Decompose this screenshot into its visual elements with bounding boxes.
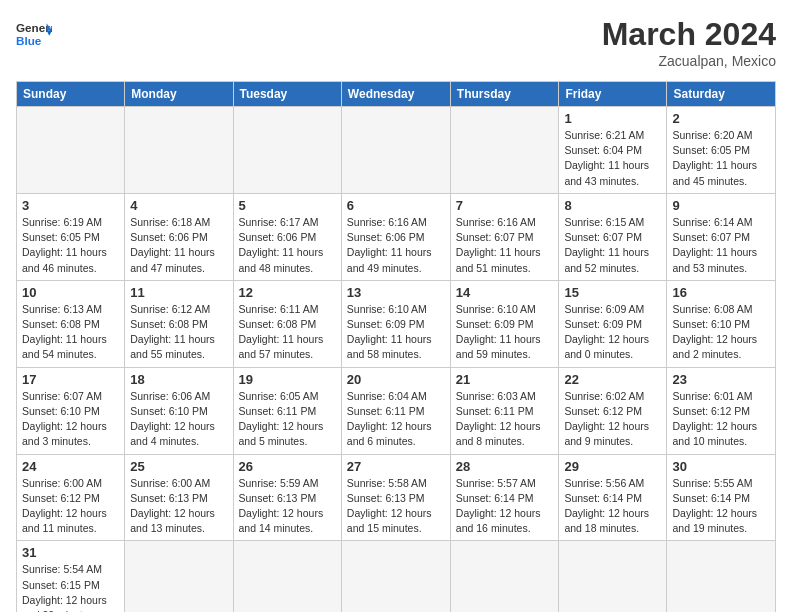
day-number: 13 bbox=[347, 285, 445, 300]
day-number: 20 bbox=[347, 372, 445, 387]
day-number: 22 bbox=[564, 372, 661, 387]
page-header: General Blue March 2024 Zacualpan, Mexic… bbox=[16, 16, 776, 69]
day-number: 18 bbox=[130, 372, 227, 387]
calendar-cell bbox=[450, 107, 559, 194]
calendar-cell: 8Sunrise: 6:15 AM Sunset: 6:07 PM Daylig… bbox=[559, 193, 667, 280]
calendar-cell: 14Sunrise: 6:10 AM Sunset: 6:09 PM Dayli… bbox=[450, 280, 559, 367]
day-info: Sunrise: 5:59 AM Sunset: 6:13 PM Dayligh… bbox=[239, 476, 336, 537]
week-row-2: 3Sunrise: 6:19 AM Sunset: 6:05 PM Daylig… bbox=[17, 193, 776, 280]
day-number: 4 bbox=[130, 198, 227, 213]
day-number: 25 bbox=[130, 459, 227, 474]
calendar-cell: 12Sunrise: 6:11 AM Sunset: 6:08 PM Dayli… bbox=[233, 280, 341, 367]
day-number: 16 bbox=[672, 285, 770, 300]
day-number: 19 bbox=[239, 372, 336, 387]
calendar-cell: 19Sunrise: 6:05 AM Sunset: 6:11 PM Dayli… bbox=[233, 367, 341, 454]
calendar-cell: 22Sunrise: 6:02 AM Sunset: 6:12 PM Dayli… bbox=[559, 367, 667, 454]
calendar-cell: 2Sunrise: 6:20 AM Sunset: 6:05 PM Daylig… bbox=[667, 107, 776, 194]
calendar-cell: 15Sunrise: 6:09 AM Sunset: 6:09 PM Dayli… bbox=[559, 280, 667, 367]
week-row-3: 10Sunrise: 6:13 AM Sunset: 6:08 PM Dayli… bbox=[17, 280, 776, 367]
day-info: Sunrise: 6:08 AM Sunset: 6:10 PM Dayligh… bbox=[672, 302, 770, 363]
day-info: Sunrise: 6:05 AM Sunset: 6:11 PM Dayligh… bbox=[239, 389, 336, 450]
logo-icon: General Blue bbox=[16, 16, 52, 52]
month-title: March 2024 bbox=[602, 16, 776, 53]
header-cell-tuesday: Tuesday bbox=[233, 82, 341, 107]
calendar-cell: 24Sunrise: 6:00 AM Sunset: 6:12 PM Dayli… bbox=[17, 454, 125, 541]
day-number: 10 bbox=[22, 285, 119, 300]
day-number: 11 bbox=[130, 285, 227, 300]
day-info: Sunrise: 6:16 AM Sunset: 6:07 PM Dayligh… bbox=[456, 215, 554, 276]
day-info: Sunrise: 6:12 AM Sunset: 6:08 PM Dayligh… bbox=[130, 302, 227, 363]
day-info: Sunrise: 6:06 AM Sunset: 6:10 PM Dayligh… bbox=[130, 389, 227, 450]
calendar-cell: 28Sunrise: 5:57 AM Sunset: 6:14 PM Dayli… bbox=[450, 454, 559, 541]
day-info: Sunrise: 6:17 AM Sunset: 6:06 PM Dayligh… bbox=[239, 215, 336, 276]
day-info: Sunrise: 6:00 AM Sunset: 6:12 PM Dayligh… bbox=[22, 476, 119, 537]
calendar-cell bbox=[17, 107, 125, 194]
day-number: 7 bbox=[456, 198, 554, 213]
calendar-cell: 17Sunrise: 6:07 AM Sunset: 6:10 PM Dayli… bbox=[17, 367, 125, 454]
calendar-cell: 20Sunrise: 6:04 AM Sunset: 6:11 PM Dayli… bbox=[341, 367, 450, 454]
day-number: 29 bbox=[564, 459, 661, 474]
header-cell-wednesday: Wednesday bbox=[341, 82, 450, 107]
day-info: Sunrise: 5:57 AM Sunset: 6:14 PM Dayligh… bbox=[456, 476, 554, 537]
day-info: Sunrise: 6:00 AM Sunset: 6:13 PM Dayligh… bbox=[130, 476, 227, 537]
day-info: Sunrise: 6:20 AM Sunset: 6:05 PM Dayligh… bbox=[672, 128, 770, 189]
day-info: Sunrise: 6:04 AM Sunset: 6:11 PM Dayligh… bbox=[347, 389, 445, 450]
day-info: Sunrise: 6:02 AM Sunset: 6:12 PM Dayligh… bbox=[564, 389, 661, 450]
day-number: 14 bbox=[456, 285, 554, 300]
day-number: 1 bbox=[564, 111, 661, 126]
title-block: March 2024 Zacualpan, Mexico bbox=[602, 16, 776, 69]
calendar-cell bbox=[667, 541, 776, 612]
day-info: Sunrise: 6:13 AM Sunset: 6:08 PM Dayligh… bbox=[22, 302, 119, 363]
calendar-cell bbox=[125, 541, 233, 612]
calendar-cell: 16Sunrise: 6:08 AM Sunset: 6:10 PM Dayli… bbox=[667, 280, 776, 367]
day-info: Sunrise: 6:01 AM Sunset: 6:12 PM Dayligh… bbox=[672, 389, 770, 450]
calendar-cell: 29Sunrise: 5:56 AM Sunset: 6:14 PM Dayli… bbox=[559, 454, 667, 541]
calendar-cell: 26Sunrise: 5:59 AM Sunset: 6:13 PM Dayli… bbox=[233, 454, 341, 541]
svg-text:Blue: Blue bbox=[16, 34, 42, 47]
calendar-cell: 23Sunrise: 6:01 AM Sunset: 6:12 PM Dayli… bbox=[667, 367, 776, 454]
day-info: Sunrise: 5:58 AM Sunset: 6:13 PM Dayligh… bbox=[347, 476, 445, 537]
calendar-cell bbox=[233, 541, 341, 612]
week-row-4: 17Sunrise: 6:07 AM Sunset: 6:10 PM Dayli… bbox=[17, 367, 776, 454]
day-info: Sunrise: 6:10 AM Sunset: 6:09 PM Dayligh… bbox=[347, 302, 445, 363]
calendar-cell: 30Sunrise: 5:55 AM Sunset: 6:14 PM Dayli… bbox=[667, 454, 776, 541]
calendar-cell: 31Sunrise: 5:54 AM Sunset: 6:15 PM Dayli… bbox=[17, 541, 125, 612]
day-info: Sunrise: 6:07 AM Sunset: 6:10 PM Dayligh… bbox=[22, 389, 119, 450]
day-number: 24 bbox=[22, 459, 119, 474]
calendar-cell: 5Sunrise: 6:17 AM Sunset: 6:06 PM Daylig… bbox=[233, 193, 341, 280]
day-number: 17 bbox=[22, 372, 119, 387]
calendar-table: SundayMondayTuesdayWednesdayThursdayFrid… bbox=[16, 81, 776, 612]
header-cell-friday: Friday bbox=[559, 82, 667, 107]
day-info: Sunrise: 6:11 AM Sunset: 6:08 PM Dayligh… bbox=[239, 302, 336, 363]
header-cell-monday: Monday bbox=[125, 82, 233, 107]
day-number: 31 bbox=[22, 545, 119, 560]
calendar-cell: 11Sunrise: 6:12 AM Sunset: 6:08 PM Dayli… bbox=[125, 280, 233, 367]
day-info: Sunrise: 6:18 AM Sunset: 6:06 PM Dayligh… bbox=[130, 215, 227, 276]
day-info: Sunrise: 6:21 AM Sunset: 6:04 PM Dayligh… bbox=[564, 128, 661, 189]
calendar-cell bbox=[341, 107, 450, 194]
day-number: 8 bbox=[564, 198, 661, 213]
day-info: Sunrise: 6:19 AM Sunset: 6:05 PM Dayligh… bbox=[22, 215, 119, 276]
day-number: 23 bbox=[672, 372, 770, 387]
calendar-cell bbox=[559, 541, 667, 612]
calendar-cell: 21Sunrise: 6:03 AM Sunset: 6:11 PM Dayli… bbox=[450, 367, 559, 454]
calendar-cell: 4Sunrise: 6:18 AM Sunset: 6:06 PM Daylig… bbox=[125, 193, 233, 280]
calendar-cell: 27Sunrise: 5:58 AM Sunset: 6:13 PM Dayli… bbox=[341, 454, 450, 541]
day-number: 28 bbox=[456, 459, 554, 474]
header-row: SundayMondayTuesdayWednesdayThursdayFrid… bbox=[17, 82, 776, 107]
location-subtitle: Zacualpan, Mexico bbox=[602, 53, 776, 69]
day-number: 6 bbox=[347, 198, 445, 213]
day-number: 15 bbox=[564, 285, 661, 300]
logo: General Blue bbox=[16, 16, 52, 52]
calendar-cell: 6Sunrise: 6:16 AM Sunset: 6:06 PM Daylig… bbox=[341, 193, 450, 280]
week-row-5: 24Sunrise: 6:00 AM Sunset: 6:12 PM Dayli… bbox=[17, 454, 776, 541]
header-cell-thursday: Thursday bbox=[450, 82, 559, 107]
day-info: Sunrise: 6:15 AM Sunset: 6:07 PM Dayligh… bbox=[564, 215, 661, 276]
calendar-cell: 25Sunrise: 6:00 AM Sunset: 6:13 PM Dayli… bbox=[125, 454, 233, 541]
day-info: Sunrise: 5:56 AM Sunset: 6:14 PM Dayligh… bbox=[564, 476, 661, 537]
day-info: Sunrise: 6:09 AM Sunset: 6:09 PM Dayligh… bbox=[564, 302, 661, 363]
calendar-cell: 1Sunrise: 6:21 AM Sunset: 6:04 PM Daylig… bbox=[559, 107, 667, 194]
day-info: Sunrise: 5:54 AM Sunset: 6:15 PM Dayligh… bbox=[22, 562, 119, 612]
day-number: 5 bbox=[239, 198, 336, 213]
day-number: 9 bbox=[672, 198, 770, 213]
